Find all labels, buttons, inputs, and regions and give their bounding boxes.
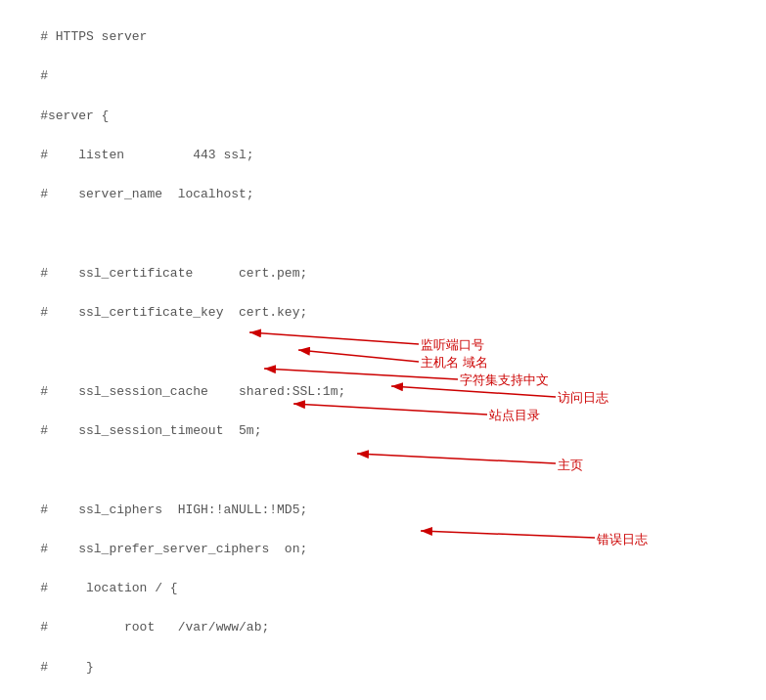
code-block: # HTTPS server # #server { # listen 443 … xyxy=(0,0,766,700)
line-server-comment: #server { xyxy=(10,107,756,126)
line-https-comment: # HTTPS server xyxy=(10,27,756,47)
line-blank3 xyxy=(10,460,756,480)
line-close-location: # } xyxy=(10,658,756,678)
line-ssl-cert: # ssl_certificate cert.pem; xyxy=(10,264,756,284)
line-ssl-prefer: # ssl_prefer_server_ciphers on; xyxy=(10,540,756,559)
line-blank1 xyxy=(10,225,756,244)
line-listen-comment: # listen 443 ssl; xyxy=(10,146,756,165)
line-servername-comment: # server_name localhost; xyxy=(10,185,756,204)
line-ssl-ciphers: # ssl_ciphers HIGH:!aNULL:!MD5; xyxy=(10,501,756,520)
line-ssl-certkey: # ssl_certificate_key cert.key; xyxy=(10,303,756,323)
line-location-comment: # location / { xyxy=(10,579,756,598)
line-ssl-cache: # ssl_session_cache shared:SSL:1m; xyxy=(10,382,756,402)
line-blank2 xyxy=(10,342,756,362)
line-hash1: # xyxy=(10,66,756,86)
line-root-comment: # root /var/www/ab; xyxy=(10,618,756,637)
line-ssl-timeout: # ssl_session_timeout 5m; xyxy=(10,421,756,441)
